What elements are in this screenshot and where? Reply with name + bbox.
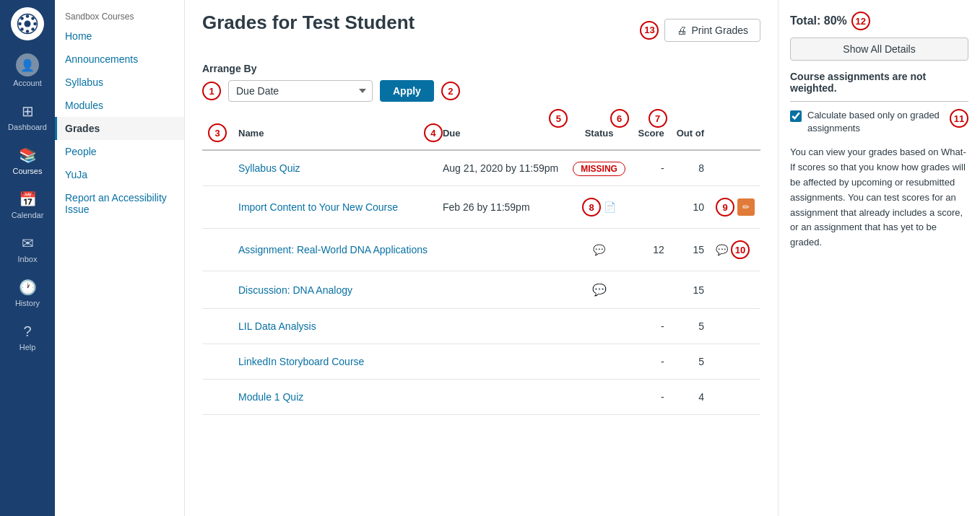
nav-item-calendar[interactable]: 📅 Calendar <box>0 183 55 227</box>
print-label: Print Grades <box>691 25 748 36</box>
what-if-icon[interactable]: ✏ <box>737 198 755 216</box>
assignment-score: - <box>632 150 670 186</box>
show-all-details-button[interactable]: Show All Details <box>790 38 968 61</box>
assignment-status: MISSING <box>566 150 631 186</box>
col-name: Name <box>233 116 437 150</box>
assignment-status: 💬 <box>566 229 631 271</box>
svg-point-2 <box>26 14 30 18</box>
assignment-action <box>710 150 760 186</box>
assignment-score <box>632 186 670 229</box>
col-status: Status <box>585 128 614 139</box>
assignment-link[interactable]: Module 1 Quiz <box>238 391 303 403</box>
peer-review-icon-2: 💬 <box>716 244 728 255</box>
main-content: Grades for Test Student 13 🖨 Print Grade… <box>185 0 778 516</box>
annotation-7: 7 <box>649 109 667 128</box>
assignment-link[interactable]: LIL Data Analysis <box>238 320 316 332</box>
svg-point-3 <box>26 30 30 33</box>
assignment-link[interactable]: Import Content to Your New Course <box>238 201 398 213</box>
assignment-status: 💬 <box>566 271 631 309</box>
sidebar-item-home[interactable]: Home <box>55 25 184 48</box>
annotation-cell <box>202 271 233 309</box>
assignment-name: Import Content to Your New Course <box>233 186 437 229</box>
sidebar-item-people[interactable]: People <box>55 140 184 163</box>
annotation-cell <box>202 309 233 344</box>
assignment-score <box>632 271 670 309</box>
sidebar-item-syllabus[interactable]: Syllabus <box>55 71 184 94</box>
dashboard-icon: ⊞ <box>18 102 37 121</box>
sidebar-item-announcements[interactable]: Announcements <box>55 48 184 71</box>
svg-point-9 <box>31 27 35 31</box>
nav-label-inbox: Inbox <box>18 255 38 263</box>
nav-logo[interactable] <box>11 7 44 40</box>
assignment-name: LinkedIn Storyboard Course <box>233 344 437 380</box>
table-row: Discussion: DNA Analogy💬15 <box>202 271 760 309</box>
annotation-cell <box>202 380 233 415</box>
assignment-name: Assignment: Real-World DNA Applications <box>233 229 437 271</box>
assignment-due <box>437 344 566 380</box>
col-out-of: Out of <box>677 128 704 139</box>
courses-icon: 📚 <box>18 146 37 165</box>
assignment-score: - <box>632 380 670 415</box>
assignment-link[interactable]: LinkedIn Storyboard Course <box>238 356 364 367</box>
not-weighted-label: Course assignments are not weighted. <box>790 71 968 102</box>
assignment-action <box>710 271 760 309</box>
nav-item-dashboard[interactable]: ⊞ Dashboard <box>0 95 55 139</box>
annotation-2: 2 <box>441 82 460 100</box>
nav-item-inbox[interactable]: ✉ Inbox <box>0 227 55 271</box>
annotation-13: 13 <box>640 21 659 40</box>
assignment-name: Module 1 Quiz <box>233 380 437 415</box>
print-grades-button[interactable]: 🖨 Print Grades <box>664 19 760 42</box>
assignment-action <box>710 344 760 380</box>
sidebar-item-modules[interactable]: Modules <box>55 94 184 117</box>
sidebar-item-report[interactable]: Report an Accessibility Issue <box>55 186 184 221</box>
nav-item-history[interactable]: 🕐 History <box>0 271 55 315</box>
annotation-cell <box>202 344 233 380</box>
nav-item-help[interactable]: ? Help <box>0 315 55 359</box>
assignment-link[interactable]: Assignment: Real-World DNA Applications <box>238 244 428 255</box>
apply-button[interactable]: Apply <box>380 80 434 102</box>
assignment-out-of: 8 <box>670 150 710 186</box>
sidebar-item-grades[interactable]: Grades <box>55 117 184 140</box>
svg-point-1 <box>25 21 31 27</box>
assignment-link[interactable]: Syllabus Quiz <box>238 162 300 174</box>
assignment-action: 💬10 <box>710 229 760 271</box>
assignment-status <box>566 344 631 380</box>
discussion-icon: 💬 <box>592 284 607 296</box>
annotation-12: 12 <box>851 12 870 30</box>
assignment-score: - <box>632 309 670 344</box>
assignment-out-of: 5 <box>670 309 710 344</box>
assignment-due: Feb 26 by 11:59pm <box>437 186 566 229</box>
assignment-link[interactable]: Discussion: DNA Analogy <box>238 284 352 296</box>
nav-bar: 👤 Account ⊞ Dashboard 📚 Courses 📅 Calend… <box>0 0 55 516</box>
annotation-cell <box>202 150 233 186</box>
sidebar-item-yuja[interactable]: YuJa <box>55 163 184 186</box>
arrange-by-row: 1 Due Date Assignment Name Assignment Gr… <box>202 80 760 102</box>
missing-badge: MISSING <box>573 162 625 176</box>
assignment-out-of: 5 <box>670 344 710 380</box>
graded-only-label: Calculate based only on graded assignmen… <box>807 109 944 135</box>
total-score-label: Total: 80% <box>790 14 847 27</box>
graded-only-checkbox[interactable] <box>790 110 802 122</box>
nav-item-courses[interactable]: 📚 Courses <box>0 139 55 183</box>
annotation-8: 8 <box>582 198 601 217</box>
assignment-due <box>437 380 566 415</box>
peer-review-icon: 💬 <box>593 244 605 255</box>
assignment-status <box>566 380 631 415</box>
assignment-score: - <box>632 344 670 380</box>
annotation-9: 9 <box>716 198 734 217</box>
avatar: 👤 <box>16 53 39 76</box>
history-icon: 🕐 <box>18 278 37 297</box>
assignment-action <box>710 309 760 344</box>
arrange-by-select[interactable]: Due Date Assignment Name Assignment Grou… <box>228 80 373 102</box>
table-row: LIL Data Analysis-5 <box>202 309 760 344</box>
nav-item-account[interactable]: 👤 Account <box>0 46 55 95</box>
total-score-row: Total: 80% 12 <box>790 12 968 30</box>
inbox-icon: ✉ <box>18 234 37 253</box>
svg-point-6 <box>20 17 24 20</box>
table-row: Assignment: Real-World DNA Applications💬… <box>202 229 760 271</box>
svg-point-4 <box>18 22 22 26</box>
annotation-cell <box>202 186 233 229</box>
calendar-icon: 📅 <box>18 190 37 209</box>
annotation-cell <box>202 229 233 271</box>
assignment-action: 9✏ <box>710 186 760 229</box>
